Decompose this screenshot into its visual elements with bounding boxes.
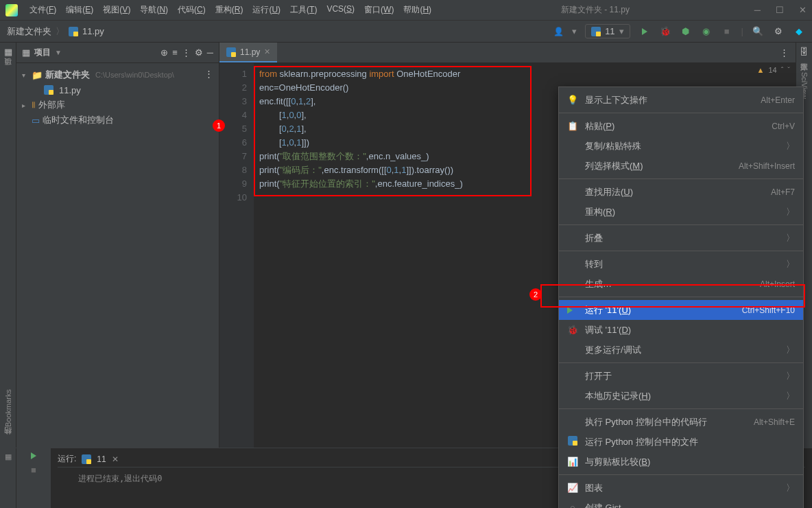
chevron-right-icon[interactable]: ▸	[22, 102, 29, 109]
menu-item-icon: 🐞	[567, 325, 578, 335]
run-config-selector[interactable]: 11 ▾	[585, 24, 630, 38]
prev-highlight-icon[interactable]: ˆ	[781, 66, 784, 74]
context-menu-item[interactable]: 转到 〉	[559, 254, 803, 274]
menu-item[interactable]: VCS(S)	[322, 4, 359, 16]
code-line[interactable]: from sklearn.preprocessing import OneHot…	[259, 67, 796, 81]
context-menu-item[interactable]: 查找用法(U) Alt+F7	[559, 182, 803, 202]
database-tool-icon[interactable]: 🗄	[800, 47, 809, 57]
rerun-button[interactable]	[31, 452, 36, 459]
python-file-icon	[226, 47, 236, 57]
menu-item[interactable]: 文件(F)	[25, 4, 61, 16]
search-everywhere-button[interactable]: 🔍	[752, 25, 764, 38]
debug-button[interactable]: 🐞	[659, 25, 671, 38]
submenu-arrow-icon: 〉	[786, 258, 795, 270]
context-menu-item[interactable]: 打开于 〉	[559, 366, 803, 386]
project-tool-icon[interactable]: ▦	[4, 47, 12, 57]
expand-all-icon[interactable]: ≡	[172, 47, 178, 58]
context-menu[interactable]: 💡 显示上下文操作 Alt+Enter 📋 粘贴(P) Ctrl+V 复制/粘贴…	[558, 86, 804, 508]
context-menu-item[interactable]: 📊 与剪贴板比较(B)	[559, 452, 803, 472]
context-menu-item[interactable]: 📈 图表 〉	[559, 478, 803, 498]
context-menu-item[interactable]: 重构(R) 〉	[559, 202, 803, 222]
tree-external-libs[interactable]: ▸ ⫴ 外部库	[16, 97, 219, 113]
menu-item[interactable]: 运行(U)	[248, 4, 285, 16]
menu-item[interactable]: 导航(N)	[135, 4, 173, 16]
close-icon[interactable]: ✕	[799, 5, 807, 15]
menu-separator	[559, 113, 803, 113]
context-menu-item[interactable]: 本地历史记录(H) 〉	[559, 386, 803, 406]
tree-root-folder[interactable]: ▾ 📁 新建文件夹 C:\Users\win0\Desktop\	[16, 67, 219, 82]
menu-separator	[559, 474, 803, 475]
project-view-icon[interactable]: ▦	[22, 47, 30, 58]
tree-file-item[interactable]: 11.py	[16, 82, 219, 97]
settings-button[interactable]: ⚙	[772, 25, 785, 38]
chevron-down-icon[interactable]: ▼	[55, 49, 62, 56]
menu-item-label: 转到	[585, 258, 779, 270]
close-run-tab-icon[interactable]: ✕	[112, 454, 119, 464]
chevron-down-icon: ▾	[619, 26, 624, 36]
context-menu-item[interactable]: 折叠 〉	[559, 228, 803, 248]
menu-item[interactable]: 编辑(E)	[61, 4, 98, 16]
menu-separator	[559, 251, 803, 251]
menu-item[interactable]: 代码(C)	[173, 4, 211, 16]
menu-item-icon	[567, 436, 578, 448]
menu-item[interactable]: 重构(R)	[211, 4, 248, 16]
context-menu-item[interactable]: 更多运行/调试 〉	[559, 340, 803, 360]
context-menu-item[interactable]: 列选择模式(M) Alt+Shift+Insert	[559, 156, 803, 176]
menu-item-label: 创建 Gist…	[585, 502, 795, 509]
menu-separator	[559, 178, 803, 179]
menu-item-icon: ○	[567, 503, 578, 508]
python-icon	[82, 454, 91, 464]
menu-item[interactable]: 窗口(W)	[359, 4, 398, 16]
tree-scratches[interactable]: ▭ 临时文件和控制台	[16, 113, 219, 128]
context-menu-item[interactable]: ○ 创建 Gist…	[559, 498, 803, 508]
project-tree[interactable]: ▾ 📁 新建文件夹 C:\Users\win0\Desktop\ 11.py ▸…	[16, 63, 219, 132]
chevron-right-icon: 〉	[56, 25, 64, 38]
stop-button[interactable]: ■	[31, 465, 36, 475]
python-file-icon	[44, 85, 53, 95]
chevron-down-icon[interactable]: ▾	[22, 71, 29, 79]
inspection-indicator[interactable]: ▲ 14 ˆ ˇ	[757, 66, 790, 74]
menu-item[interactable]: 视图(V)	[98, 4, 135, 16]
warning-count: 14	[768, 66, 776, 74]
context-menu-item[interactable]: 生成… Alt+Insert	[559, 274, 803, 294]
menu-item-label: 更多运行/调试	[585, 344, 779, 356]
collapse-all-icon[interactable]: ⋮	[182, 47, 191, 58]
menu-item-label: 运行 Python 控制台中的文件	[585, 436, 795, 448]
breadcrumb-file[interactable]: 11.py	[82, 26, 104, 36]
tree-item-path: C:\Users\win0\Desktop\	[95, 71, 174, 79]
context-menu-item[interactable]: 运行 '11'(U) Ctrl+Shift+F10	[559, 300, 803, 320]
select-opened-file-icon[interactable]: ⊕	[160, 47, 168, 58]
menu-item[interactable]: 工具(T)	[285, 4, 322, 16]
coverage-button[interactable]: ⬢	[680, 25, 692, 38]
maximize-icon[interactable]: ☐	[776, 5, 784, 15]
scratches-icon: ▭	[32, 115, 40, 126]
context-menu-item[interactable]: 运行 Python 控制台中的文件	[559, 432, 803, 452]
menu-item[interactable]: 帮助(H)	[398, 4, 436, 16]
context-menu-item[interactable]: 复制/粘贴特殊 〉	[559, 136, 803, 156]
close-tab-icon[interactable]: ✕	[264, 47, 270, 56]
editor-tab-active[interactable]: 11.py ✕	[219, 43, 277, 62]
context-menu-item[interactable]: 🐞 调试 '11'(D)	[559, 320, 803, 340]
left-tool-gutter: ▦ 项目 Bookmarks 结构	[0, 43, 16, 448]
toolbox-icon[interactable]: ◆	[793, 25, 805, 38]
tab-options-icon[interactable]: ⋮	[773, 47, 796, 58]
warning-icon: ▲	[757, 66, 765, 74]
menu-item-label: 执行 Python 控制台中的代码行	[585, 416, 747, 428]
run-config-label: 11	[97, 454, 106, 464]
minimize-icon[interactable]: ─	[754, 5, 761, 15]
context-menu-item[interactable]: 执行 Python 控制台中的代码行 Alt+Shift+E	[559, 412, 803, 432]
context-menu-item[interactable]: 💡 显示上下文操作 Alt+Enter	[559, 90, 803, 110]
profile-button[interactable]: ◉	[700, 25, 713, 38]
panel-title: 项目	[34, 47, 51, 58]
breadcrumb-root[interactable]: 新建文件夹	[7, 25, 51, 38]
run-button[interactable]	[638, 25, 651, 38]
user-icon[interactable]	[553, 26, 564, 36]
menu-item-label: 打开于	[585, 370, 779, 382]
context-menu-item[interactable]: 📋 粘贴(P) Ctrl+V	[559, 116, 803, 136]
stop-button[interactable]: ■	[721, 25, 733, 38]
settings-gear-icon[interactable]: ⚙	[195, 47, 203, 58]
bookmarks-tool-tab[interactable]: Bookmarks	[4, 389, 12, 427]
run-tab-label[interactable]: ▦	[5, 452, 12, 461]
next-highlight-icon[interactable]: ˇ	[787, 66, 790, 74]
hide-panel-icon[interactable]: ─	[207, 47, 213, 58]
